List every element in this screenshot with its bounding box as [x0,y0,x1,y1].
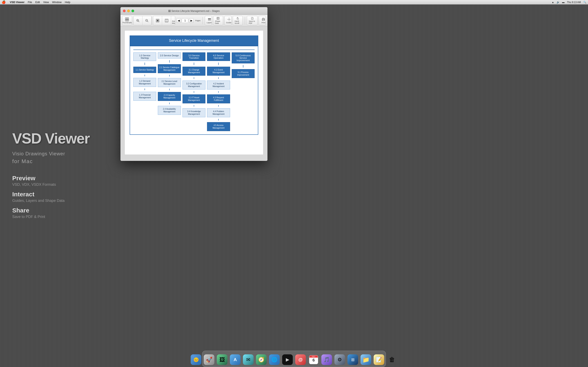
sub-4-1[interactable]: 4.1 Event Management [207,67,230,76]
fit-button[interactable] [153,16,162,25]
next-page-button[interactable]: ▶ [189,18,194,23]
layers-label: Layers [207,22,212,24]
zoom-mode-group[interactable]: Zoom Mode [153,16,175,25]
sub-2-3[interactable]: 2.3 Capacity Management [158,92,181,101]
column-service-operation: 4.0 Service Operation 4.1 Event Manageme… [207,52,230,131]
app-title: VSD Viewer [12,130,108,147]
sub-4-2[interactable]: 4.2 Incident Management [207,81,230,90]
page-number[interactable]: 1 [182,18,188,23]
menubar-help[interactable]: Help [63,1,72,4]
zoom-group[interactable]: Zoom [133,16,152,25]
pages-group: ◀ 1 ▶ [176,18,194,23]
sub-3-1[interactable]: 3.1 Change Management [182,67,205,76]
thumbnails-group[interactable]: Thumbnails [122,16,132,25]
column-service-transition: 3.0 Service Transition 3.1 Change Manage… [182,52,205,117]
svg-rect-15 [208,18,211,19]
minimize-button[interactable] [127,9,130,12]
vert-conn-11 [194,105,194,107]
shapedata-button[interactable]: Shape Data [213,16,223,25]
app-platform: for Mac [12,158,108,165]
layers-button-group[interactable]: Layers [205,16,212,25]
svg-rect-1 [127,18,129,19]
phase-3-0[interactable]: 3.0 Service Transition [182,52,205,61]
vert-conn-5 [169,75,170,76]
feature-preview-desc: VSD, VDX, VSDX Formats [12,183,108,184]
phase-2-0[interactable]: 2.0 Service Design [158,52,181,58]
menubar: 🍎 VSD Viewer File Edit View Window Help … [0,0,294,4]
vert-conn-14 [218,91,219,93]
diagram-canvas[interactable]: Service Lifecycle Management 1.0 Service… [121,26,268,161]
menubar-window[interactable]: Window [51,1,63,4]
maximize-button[interactable] [131,9,134,12]
svg-rect-30 [263,20,264,21]
vert-conn-9 [194,77,194,79]
vert-conn-2 [145,75,145,76]
sub-1-2[interactable]: 1.2 Demand Management [133,78,156,87]
diagram-body: 1.0 Service Startegy 1.1 Service Starteg… [130,46,258,135]
savetopdf-label: Save to PDF [249,20,256,24]
shapedata-button-group[interactable]: Shape Data [213,16,223,25]
vert-conn-4 [169,60,170,63]
vert-conn-15 [218,105,219,107]
menubar-file[interactable]: File [26,1,34,4]
sub-4-3[interactable]: 4.3 Request Fulfillment [207,94,230,103]
menubar-edit[interactable]: Edit [34,1,42,4]
svg-rect-2 [125,20,127,21]
handscroll-button[interactable]: Hand Scroll [233,16,242,25]
app-subtitle: Visio Drawings Viewer [12,151,108,157]
vert-conn-13 [218,77,219,79]
vert-conn-8 [194,63,194,65]
window-controls[interactable] [123,9,134,12]
main-window: 🖼 Service Lifecycle Management.vsd – Sta… [121,7,268,161]
prev-page-button[interactable]: ◀ [176,18,181,23]
sub-2-1[interactable]: 2.1 Service Catalogue Management [158,64,181,73]
sub-4-4[interactable]: 4.4 Problem Management [207,108,230,117]
column-csi: 5.0 Continuous Service Improvement 5.1 P… [232,52,255,78]
sub-2-4[interactable]: 2.4 Availability Management [158,106,181,115]
feature-preview: Preview VSD, VDX, VSDX Formats [12,175,108,184]
shapedata-label: Shape Data [215,20,221,24]
window-titlebar: 🖼 Service Lifecycle Management.vsd – Sta… [121,7,268,15]
sub-5-1[interactable]: 5.1 Process Improvement [232,69,255,78]
savetopdf-button-group[interactable]: Save to PDF [247,16,258,25]
close-button[interactable] [123,9,126,12]
phase-1-0[interactable]: 1.0 Service Startegy [133,52,156,61]
guides-label: Guides [226,22,232,24]
sub-3-3[interactable]: 3.3 IT Asset Management [182,94,205,103]
vert-conn-1 [145,63,145,65]
layers-button[interactable]: Layers [205,16,212,25]
print-button-group[interactable]: Print [259,16,266,25]
vert-conn-3 [145,89,145,90]
phase-5-0[interactable]: 5.0 Continuous Service Improvement [232,52,255,63]
left-panel: VSD Viewer Visio Drawings Viewer for Mac… [0,4,121,184]
column-service-strategy: 1.0 Service Startegy 1.1 Service Starteg… [133,52,156,101]
scroll-button[interactable] [162,16,171,25]
sub-3-4[interactable]: 3.4 Knowledge Management [182,108,205,117]
guides-button-group[interactable]: Guides [224,16,232,25]
top-connector [133,50,255,50]
column-service-design: 2.0 Service Design 2.1 Service Catalogue… [158,52,181,115]
apple-menu[interactable]: 🍎 [2,0,6,4]
phase-4-0[interactable]: 4.0 Service Operation [207,52,230,61]
thumbnails-button[interactable]: Thumbnails [122,16,132,25]
sub-2-2[interactable]: 2.2 Service Level Management [158,78,181,87]
handscroll-button-group[interactable]: Hand Scroll [233,16,243,25]
vert-conn-17 [243,65,243,67]
savetopdf-button[interactable]: Save to PDF [247,16,257,25]
window-title: 🖼 Service Lifecycle Management.vsd – Sta… [168,9,219,12]
sub-1-3[interactable]: 1.3 Financial Management [133,92,156,101]
menubar-app-name[interactable]: VSD Viewer [8,1,26,4]
sub-4-5[interactable]: 4.5 Access Management [207,122,230,131]
guides-button[interactable]: Guides [225,16,232,25]
zoom-out-button[interactable] [143,16,151,25]
sub-3-2[interactable]: 3.2 Configuration Management [182,81,205,90]
sub-1-1[interactable]: 1.1 Service Startegy [133,67,156,73]
zoom-in-button[interactable] [134,16,143,25]
svg-line-7 [138,21,139,22]
zoom-label: Zoom [151,22,152,25]
print-button[interactable]: Print [259,16,266,25]
vert-conn-7 [169,103,170,104]
menubar-view[interactable]: View [42,1,51,4]
print-label: Print [261,22,265,24]
feature-preview-title: Preview [12,175,108,182]
